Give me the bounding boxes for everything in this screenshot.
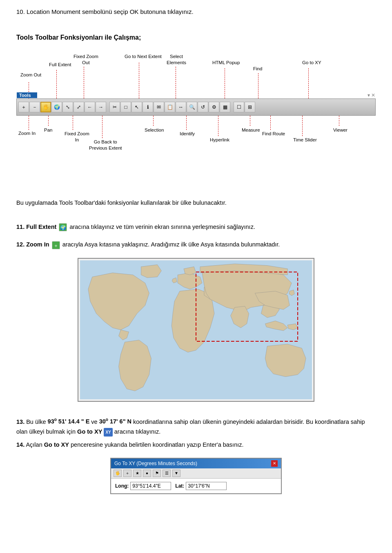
dialog-tool-flag[interactable]: ⚑ — [153, 470, 161, 477]
step12: 12. Zoom In ＋ aracıyla Asya kıtasına yak… — [16, 240, 376, 249]
toolbar-bottom-labels: Zoom In Pan Fixed ZoomIn Go Back toPrevi… — [16, 116, 376, 173]
full-extent-btn[interactable]: 🌍 — [51, 102, 62, 112]
label-identify-b: Identify — [180, 131, 195, 137]
step11-label: Full Extent — [26, 224, 58, 230]
full-extent-icon[interactable]: 🌍 — [59, 223, 67, 231]
label-selection-b: Selection — [145, 127, 164, 133]
go-back-btn[interactable]: ← — [85, 102, 95, 112]
label-hyperlink-b: Hyperlink — [210, 137, 229, 143]
step11: 11. Full Extent 🌍 aracına tıklayınız ve … — [16, 222, 376, 232]
toolbar-title-badge: Tools — [17, 92, 37, 98]
dialog-title: Go To XY (Degrees Minutes Seconds) — [114, 461, 197, 466]
dline-fixed-zoom-in-b — [73, 116, 73, 130]
label-pan-b: Pan — [44, 127, 52, 133]
lat-input[interactable] — [186, 482, 227, 490]
label-time-slider-b: Time Slider — [293, 137, 317, 143]
html-popup-btn[interactable]: ✉ — [154, 102, 164, 112]
dialog-close-button[interactable]: ✕ — [271, 460, 278, 467]
label-measure-b: Measure — [242, 127, 260, 133]
arrow-btn[interactable]: ↖ — [131, 102, 142, 112]
hyperlink-btn[interactable]: 📋 — [165, 102, 175, 112]
label-viewer-b: Viewer — [333, 127, 347, 133]
step12-label: Zoom In — [26, 241, 51, 248]
find-btn[interactable]: 🔍 — [187, 102, 197, 112]
label-zoom-in-b: Zoom In — [18, 130, 36, 137]
step11-text: aracına tıklayınız ve tüm verinin ekran … — [69, 224, 255, 230]
dialog-tool-star[interactable]: ★ — [133, 470, 141, 477]
label-go-to-xy: Go to XY — [302, 60, 321, 66]
dline-find-route-b — [270, 116, 271, 130]
dialog-titlebar: Go To XY (Degrees Minutes Seconds) ✕ — [111, 459, 281, 468]
dline-viewer-b — [339, 116, 339, 126]
goto-xy-dialog: Go To XY (Degrees Minutes Seconds) ✕ 🖐 ＋… — [110, 458, 282, 494]
dialog-body: Long: Lat: — [111, 479, 281, 493]
toolbar-diagram: Zoom Out Full Extent Fixed ZoomOut Go to… — [16, 49, 376, 173]
dline-time-slider-b — [302, 116, 303, 136]
world-map — [80, 260, 312, 399]
step11-number: 11. — [16, 224, 24, 230]
measure-btn[interactable]: ↔ — [176, 102, 186, 112]
dialog-tool-hand[interactable]: 🖐 — [114, 470, 122, 477]
label-go-next-extent: Go to Next Extent — [125, 54, 162, 60]
intro-text: 10. Location Monument sembolünü seçip OK… — [16, 8, 376, 15]
label-fixed-zoom-in-b: Fixed ZoomIn — [65, 131, 89, 143]
dline-full-extent — [56, 70, 57, 99]
world-map-container — [78, 258, 314, 402]
select-btn[interactable]: ✂ — [109, 102, 120, 112]
zoom-in-icon[interactable]: ＋ — [52, 241, 60, 249]
lat-label: Lat: — [175, 483, 184, 489]
world-map-svg — [80, 260, 312, 399]
dline-html-popup — [225, 68, 225, 99]
step14: 14. Açılan Go to XY penceresine yukarıda… — [16, 440, 376, 450]
dline-pan-b — [48, 116, 49, 126]
dialog-toolbar: 🖐 ＋ ★ ● ⚑ ☰ ▼ — [111, 468, 281, 479]
dialog-tool-circle[interactable]: ● — [143, 470, 151, 477]
go-next-btn[interactable]: → — [96, 102, 106, 112]
label-go-back-b: Go Back toPrevious Extent — [89, 139, 122, 151]
dialog-tool-arrow[interactable]: ▼ — [172, 470, 180, 477]
step13: 13. Bu ülke 93o 51' 14.4 " E ve 30o 17' … — [16, 416, 376, 437]
toolbar-top-labels: Zoom Out Full Extent Fixed ZoomOut Go to… — [16, 49, 376, 99]
viewer2-btn[interactable]: ⊞ — [245, 102, 255, 112]
settings-btn[interactable]: ⚙ — [209, 102, 219, 112]
time-slider-btn[interactable]: ▦ — [220, 102, 230, 112]
find-route-btn[interactable]: ↺ — [198, 102, 208, 112]
fixed-zoom-btn[interactable]: ⤡ — [62, 102, 73, 112]
dline-fixed-zoom-out — [84, 67, 84, 99]
long-field: Long: — [115, 482, 171, 490]
dline-identify-b — [186, 116, 187, 130]
step12-text: aracıyla Asya kıtasına yaklaşınız. Aradı… — [62, 241, 280, 248]
dline-go-next-extent — [139, 63, 139, 99]
long-input[interactable] — [130, 482, 171, 490]
fixed-zoom-out-btn[interactable]: ⤢ — [74, 102, 84, 112]
long-label: Long: — [115, 483, 129, 489]
dline-go-to-xy — [308, 68, 309, 99]
pan-btn[interactable]: 🖐 — [40, 102, 51, 112]
dline-selection-b — [153, 116, 154, 126]
label-zoom-out: Zoom Out — [20, 72, 41, 78]
description-text: Bu uygulamada Tools Toolbar'daki fonksiy… — [16, 198, 376, 208]
section-title: Tools Toolbar Fonksiyonları ile Çalışma; — [16, 34, 376, 41]
dline-select-elements — [176, 67, 176, 99]
select2-btn[interactable]: □ — [120, 102, 131, 112]
tools-toolbar: Tools ▾ ✕ ＋ － 🖐 🌍 ⤡ ⤢ ← → ✂ □ ↖ ℹ ✉ 📋 ↔ … — [16, 99, 376, 116]
viewer-btn[interactable]: ☐ — [234, 102, 244, 112]
label-select-elements: SelectElements — [167, 54, 186, 66]
step14-number: 14. — [16, 441, 24, 448]
dialog-container: Go To XY (Degrees Minutes Seconds) ✕ 🖐 ＋… — [16, 458, 376, 494]
label-full-extent: Full Extent — [49, 62, 71, 68]
label-find-route-b: Find Route — [262, 131, 285, 137]
label-find: Find — [253, 66, 262, 72]
dline-zoom-in-b — [29, 116, 29, 130]
goto-xy-inline-icon: XY — [104, 428, 112, 437]
lat-field: Lat: — [175, 482, 227, 490]
dialog-tool-plus[interactable]: ＋ — [123, 470, 131, 477]
label-html-popup: HTML Popup — [212, 60, 240, 66]
toolbar-close-icon: ▾ ✕ — [368, 92, 375, 98]
dline-find — [258, 73, 258, 99]
dline-hyperlink-b — [218, 116, 218, 136]
dialog-tool-lines[interactable]: ☰ — [163, 470, 171, 477]
identify-btn[interactable]: ℹ — [143, 102, 153, 112]
zoom-in-btn[interactable]: ＋ — [18, 102, 29, 112]
zoom-out-btn[interactable]: － — [29, 102, 40, 112]
